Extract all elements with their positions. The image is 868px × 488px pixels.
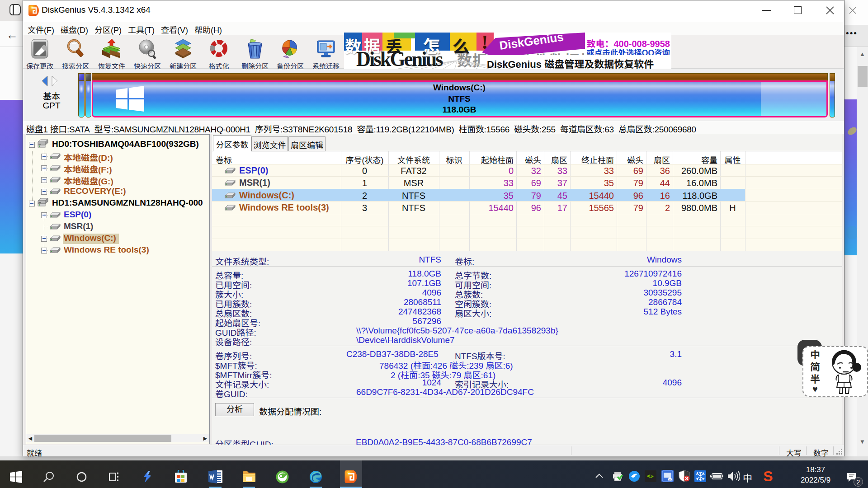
svg-text:S: S <box>763 469 773 483</box>
svg-text:in: in <box>669 479 671 481</box>
